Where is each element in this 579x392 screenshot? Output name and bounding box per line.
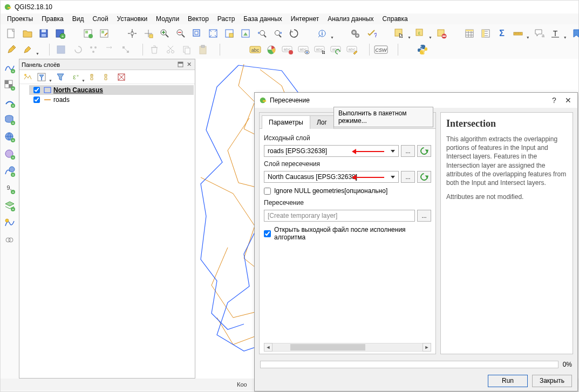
close-icon[interactable]: ✕ <box>563 95 573 105</box>
csw-icon[interactable]: CSW <box>374 43 388 57</box>
show-hide-labels-icon[interactable]: abc <box>297 43 311 57</box>
add-postgis-icon[interactable]: + <box>3 113 17 127</box>
add-vector-layer-icon[interactable]: + <box>3 61 17 75</box>
measure-line-icon[interactable] <box>511 26 525 40</box>
dialog-titlebar[interactable]: Пересечение ? ✕ <box>255 93 577 108</box>
pan-to-selection-icon[interactable] <box>141 26 155 40</box>
add-wfs-icon[interactable]: + <box>3 164 17 178</box>
close-button[interactable]: Закрыть <box>532 375 572 387</box>
zoom-native-icon[interactable] <box>190 26 204 40</box>
text-annotation-icon[interactable]: T <box>548 26 562 40</box>
move-label-icon[interactable]: abc <box>313 43 327 57</box>
save-project-icon[interactable] <box>37 26 51 40</box>
scrollbar-track[interactable] <box>273 343 423 352</box>
layer-visibility-checkbox[interactable] <box>33 87 40 93</box>
filter-by-map-icon[interactable] <box>55 71 66 83</box>
add-raster-layer-icon[interactable]: + <box>3 78 17 92</box>
select-by-expression-icon[interactable]: ε <box>413 26 427 40</box>
add-spatialite-icon[interactable]: + <box>3 95 17 109</box>
collapse-all-icon[interactable]: − <box>101 71 113 83</box>
dropdown-arrow-icon[interactable]: ▼ <box>526 36 530 40</box>
current-edits-icon[interactable] <box>21 43 35 57</box>
bookmarks-icon[interactable] <box>569 26 579 40</box>
save-project-as-icon[interactable]: + <box>53 26 67 40</box>
reload-button[interactable] <box>417 145 431 157</box>
menu-processing[interactable]: Анализ данных <box>323 14 378 24</box>
labeling-icon[interactable]: abc <box>248 43 262 57</box>
composer-manager-icon[interactable] <box>97 26 111 40</box>
style-preset-icon[interactable] <box>22 71 33 83</box>
expand-all-icon[interactable]: + <box>87 71 99 83</box>
zoom-last-icon[interactable] <box>255 26 269 40</box>
toggle-edit-icon[interactable] <box>4 43 18 57</box>
attribute-table-icon[interactable] <box>462 26 476 40</box>
zoom-to-layer-icon[interactable] <box>239 26 253 40</box>
tab-parameters[interactable]: Параметры <box>262 115 310 129</box>
dock-icon[interactable] <box>176 61 184 68</box>
rotate-label-icon[interactable]: abc <box>329 43 343 57</box>
statistics-icon[interactable]: Σ <box>495 26 509 40</box>
zoom-next-icon[interactable] <box>271 26 285 40</box>
identify-icon[interactable]: i <box>315 26 329 40</box>
browse-button[interactable]: ... <box>401 171 415 183</box>
menu-web[interactable]: Интернет <box>287 14 323 24</box>
menu-database[interactable]: База данных <box>239 14 286 24</box>
menu-layer[interactable]: Слой <box>88 14 112 24</box>
scroll-right-icon[interactable]: ► <box>423 343 431 352</box>
dropdown-arrow-icon[interactable]: ▼ <box>330 36 334 40</box>
add-oracle-icon[interactable] <box>3 233 17 247</box>
run-button[interactable]: Run <box>488 375 528 387</box>
deselect-all-icon[interactable] <box>434 26 448 40</box>
filter-legend-icon[interactable] <box>36 71 47 83</box>
field-calculator-icon[interactable] <box>479 26 493 40</box>
layer-item[interactable]: North Caucasus <box>29 85 194 95</box>
open-after-checkbox[interactable] <box>264 230 271 237</box>
diagram-icon[interactable] <box>264 43 278 57</box>
expression-filter-icon[interactable]: ε» <box>69 71 80 83</box>
layers-tree[interactable]: North Caucasus roads <box>19 84 195 378</box>
zoom-out-icon[interactable] <box>174 26 188 40</box>
menu-plugins[interactable]: Модули <box>152 14 183 24</box>
new-shapefile-icon[interactable] <box>3 216 17 230</box>
menu-help[interactable]: Справка <box>378 14 412 24</box>
zoom-to-selection-icon[interactable] <box>222 26 236 40</box>
ignore-null-row[interactable]: Ignore NULL geometries[опционально] <box>264 186 431 196</box>
change-label-icon[interactable]: abc <box>345 43 359 57</box>
dropdown-arrow-icon[interactable]: ▼ <box>36 52 39 57</box>
menu-view[interactable]: Вид <box>68 14 88 24</box>
ignore-null-checkbox[interactable] <box>264 188 271 195</box>
map-tips-icon[interactable]: abc <box>532 26 546 40</box>
pan-icon[interactable] <box>125 26 139 40</box>
add-delimited-icon[interactable]: 9,+ <box>3 182 17 196</box>
select-feature-icon[interactable] <box>392 26 406 40</box>
menu-vector[interactable]: Вектор <box>183 14 213 24</box>
help-icon[interactable]: ? <box>549 95 559 105</box>
scroll-left-icon[interactable]: ◄ <box>264 343 273 352</box>
menu-raster[interactable]: Растр <box>213 14 239 24</box>
zoom-full-icon[interactable] <box>206 26 220 40</box>
output-field[interactable]: [Create temporary layer] <box>264 210 415 222</box>
tab-log[interactable]: Лог <box>310 115 334 129</box>
dropdown-arrow-icon[interactable]: ▼ <box>428 36 432 40</box>
dropdown-arrow-icon[interactable]: ▼ <box>563 36 567 40</box>
dropdown-arrow-icon[interactable]: ▼ <box>81 79 85 84</box>
open-project-icon[interactable] <box>21 26 35 40</box>
run-action-icon[interactable] <box>348 26 362 40</box>
add-wcs-icon[interactable]: + <box>3 147 17 161</box>
add-wms-icon[interactable]: + <box>3 130 17 144</box>
close-icon[interactable]: ✕ <box>185 61 193 68</box>
dropdown-arrow-icon[interactable]: ▼ <box>407 36 411 40</box>
new-composer-icon[interactable] <box>81 26 95 40</box>
new-project-icon[interactable] <box>4 26 18 40</box>
input-layer-select[interactable]: roads [EPSG:32638] <box>264 145 399 157</box>
zoom-in-icon[interactable] <box>158 26 172 40</box>
browse-button[interactable]: ... <box>401 145 415 157</box>
layer-item[interactable]: roads <box>29 95 194 105</box>
virtual-layer-icon[interactable]: + <box>3 199 17 213</box>
whats-this-icon[interactable]: ? <box>364 26 378 40</box>
horizontal-scrollbar[interactable]: ◄ ► <box>264 343 431 352</box>
remove-layer-icon[interactable] <box>115 71 127 83</box>
intersect-layer-select[interactable]: North Caucasus [EPSG:32638] <box>264 171 399 183</box>
scrollbar-thumb[interactable] <box>290 344 365 350</box>
layer-visibility-checkbox[interactable] <box>33 97 40 103</box>
